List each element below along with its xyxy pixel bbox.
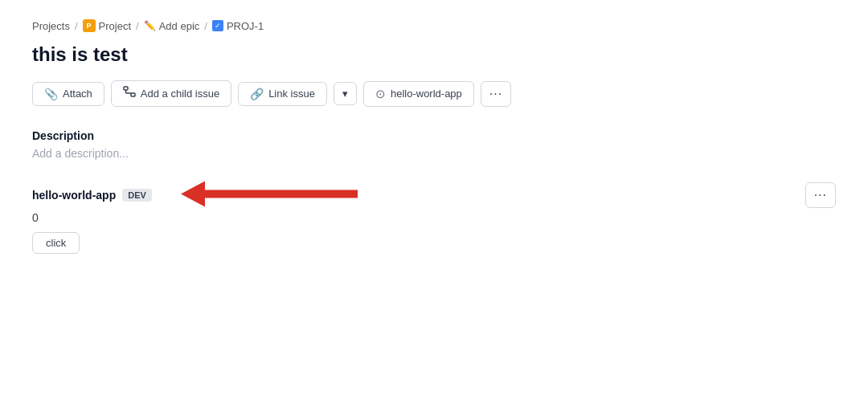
app-section: hello-world-app DEV ··· 0 click (32, 182, 836, 254)
breadcrumb-ticket[interactable]: ✓ PROJ-1 (212, 20, 264, 32)
breadcrumb-epic[interactable]: ✏️ Add epic (144, 20, 200, 32)
svg-rect-0 (124, 87, 128, 90)
app-button[interactable]: ⊙ hello-world-app (363, 81, 474, 107)
dev-badge: DEV (122, 189, 152, 202)
link-icon: 🔗 (250, 88, 264, 100)
more-icon: ··· (489, 87, 502, 100)
description-section: Description Add a description... (32, 129, 836, 160)
description-placeholder[interactable]: Add a description... (32, 147, 836, 160)
breadcrumb-sep-1: / (75, 20, 78, 32)
attach-button[interactable]: 📎 Attach (32, 82, 104, 106)
chevron-down-icon: ▾ (342, 88, 348, 100)
ticket-icon: ✓ (212, 20, 223, 31)
app-gear-icon: ⊙ (375, 87, 386, 101)
attach-icon: 📎 (44, 88, 58, 100)
dropdown-button[interactable]: ▾ (334, 82, 357, 105)
breadcrumb-projects[interactable]: Projects (32, 20, 70, 32)
add-child-issue-button[interactable]: Add a child issue (111, 80, 231, 107)
more-options-button[interactable]: ··· (481, 81, 511, 107)
app-more-button[interactable]: ··· (805, 182, 836, 208)
link-issue-button[interactable]: 🔗 Link issue (238, 82, 327, 106)
toolbar: 📎 Attach Add a child issue 🔗 Link issue … (32, 80, 836, 107)
svg-rect-1 (131, 93, 135, 96)
breadcrumb-sep-2: / (136, 20, 139, 32)
page-title: this is test (32, 43, 836, 66)
breadcrumb-sep-3: / (204, 20, 207, 32)
project-icon: P (83, 19, 96, 32)
arrow-annotation (181, 180, 358, 211)
app-more-icon: ··· (814, 188, 827, 202)
pencil-icon: ✏️ (144, 20, 156, 31)
app-count: 0 (32, 211, 836, 224)
app-row-left: hello-world-app DEV (32, 189, 152, 202)
svg-marker-4 (181, 181, 358, 207)
description-label: Description (32, 129, 836, 142)
click-button[interactable]: click (32, 232, 80, 254)
breadcrumb-project[interactable]: P Project (83, 19, 131, 32)
app-row: hello-world-app DEV ··· (32, 182, 836, 208)
hierarchy-icon (123, 86, 136, 101)
app-name: hello-world-app (32, 189, 116, 202)
breadcrumb: Projects / P Project / ✏️ Add epic / ✓ P… (32, 19, 836, 32)
